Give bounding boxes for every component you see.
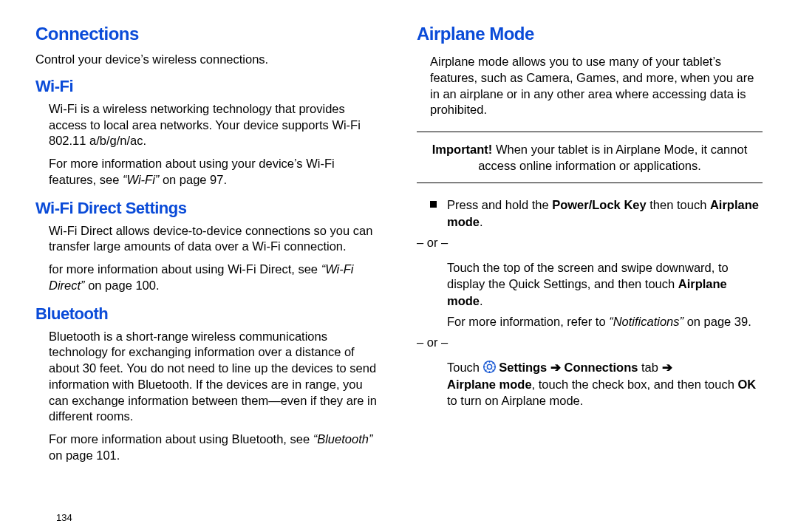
step-1-text: Press and hold the Power/Lock Key then t… [447, 197, 763, 230]
or-separator: – or – [417, 334, 763, 350]
important-lead: Important! [432, 143, 493, 156]
bt-p2-tail: on page 101. [49, 449, 120, 462]
or-separator: – or – [417, 234, 763, 250]
left-column: Connections Control your device’s wirele… [35, 24, 381, 523]
ok-label: OK [737, 378, 756, 391]
xref-bluetooth: “Bluetooth” [313, 432, 373, 446]
heading-wifi-direct: Wi-Fi Direct Settings [35, 199, 381, 218]
t: . [480, 294, 483, 307]
t: Press and hold the [447, 198, 552, 211]
divider-rule [417, 183, 763, 183]
svg-point-1 [487, 365, 491, 369]
procedure-step-2-more: For more information, refer to “Notifica… [447, 313, 763, 330]
xref-wifi: “Wi-Fi” [123, 173, 159, 186]
important-body: When your tablet is in Airplane Mode, it… [478, 143, 747, 172]
t: then touch [647, 198, 710, 211]
procedure-step-1: Press and hold the Power/Lock Key then t… [430, 197, 763, 230]
power-lock-key-label: Power/Lock Key [552, 198, 646, 211]
xref-notifications: “Notifications” [609, 315, 683, 328]
connections-tab-label: Connections [564, 361, 638, 374]
divider-rule [417, 132, 763, 132]
airplane-paragraph-1: Airplane mode allows you to use many of … [430, 54, 763, 118]
settings-gear-icon [483, 361, 496, 373]
page-number: 134 [56, 508, 381, 523]
wifi-p2-tail: on page 97. [159, 173, 227, 186]
t: to turn on Airplane mode. [447, 394, 583, 407]
t: . [480, 215, 483, 228]
t: on page 39. [683, 315, 751, 328]
t: Touch [447, 361, 483, 374]
connections-intro: Control your device’s wireless connectio… [35, 52, 381, 68]
t: For more information, refer to [447, 315, 609, 328]
wifi-paragraph-2: For more information about using your de… [49, 156, 381, 188]
bt-paragraph-1: Bluetooth is a short-range wireless comm… [49, 329, 381, 426]
wfd-p2-text: for more information about using Wi-Fi D… [49, 262, 321, 276]
procedure-step-3: Touch Settings ➔ Connections tab ➔ Airpl… [447, 359, 763, 409]
procedure-step-2: Touch the top of the screen and swipe do… [447, 259, 763, 309]
t: tab [638, 361, 661, 374]
wifi-paragraph-1: Wi-Fi is a wireless networking technolog… [49, 101, 381, 149]
t: , touch the check box, and then touch [532, 378, 738, 391]
bt-paragraph-2: For more information about using Bluetoo… [49, 432, 381, 464]
wfd-paragraph-2: for more information about using Wi-Fi D… [49, 262, 381, 294]
bt-p2-text: For more information about using Bluetoo… [49, 432, 313, 446]
settings-label: Settings [496, 361, 548, 374]
right-column: Airplane Mode Airplane mode allows you t… [417, 24, 763, 523]
heading-airplane-mode: Airplane Mode [417, 24, 763, 44]
airplane-mode-label: Airplane mode [447, 378, 532, 391]
important-note: Important! When your tablet is in Airpla… [417, 141, 763, 174]
wfd-paragraph-1: Wi-Fi Direct allows device-to-device con… [49, 223, 381, 256]
arrow-icon: ➔ [662, 361, 672, 374]
heading-bluetooth: Bluetooth [35, 304, 381, 324]
wfd-p2-tail: on page 100. [85, 279, 160, 292]
arrow-icon: ➔ [547, 361, 564, 374]
heading-connections: Connections [35, 24, 381, 44]
manual-page: Connections Control your device’s wirele… [0, 0, 798, 532]
heading-wifi: Wi-Fi [35, 77, 381, 96]
square-bullet-icon [430, 201, 437, 208]
